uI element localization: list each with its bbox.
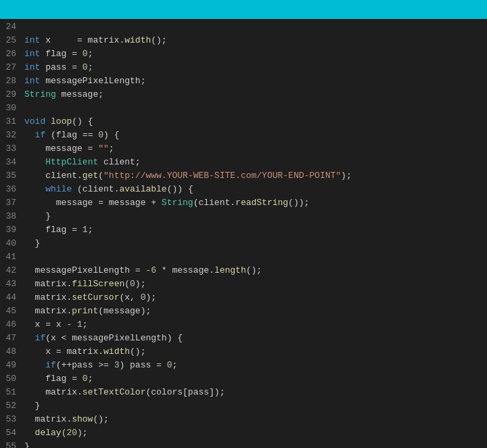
line-number: 35 bbox=[0, 169, 24, 183]
line-content: flag = 1; bbox=[24, 223, 93, 237]
code-line-53: 53 matrix.show(); bbox=[0, 413, 487, 426]
line-number: 52 bbox=[0, 399, 24, 413]
code-line-40: 40 } bbox=[0, 237, 487, 250]
line-number: 26 bbox=[0, 47, 24, 61]
code-line-25: 25 int x = matrix.width(); bbox=[0, 34, 487, 47]
code-line-50: 50 flag = 0; bbox=[0, 372, 487, 386]
line-number: 48 bbox=[0, 345, 24, 359]
code-line-29: 29 String message; bbox=[0, 88, 487, 102]
line-content: matrix.show(); bbox=[24, 413, 109, 426]
code-line-52: 52 } bbox=[0, 399, 487, 413]
code-line-34: 34 HttpClient client; bbox=[0, 156, 487, 169]
line-number: 49 bbox=[0, 359, 24, 372]
line-content: message = ""; bbox=[24, 142, 114, 156]
line-number: 46 bbox=[0, 318, 24, 332]
line-number: 34 bbox=[0, 156, 24, 169]
code-line-35: 35 client.get("http://www.YOUR-WEB-SITE.… bbox=[0, 169, 487, 183]
line-content: int messagePixelLength; bbox=[24, 74, 145, 88]
line-number: 39 bbox=[0, 223, 24, 237]
line-number: 29 bbox=[0, 88, 24, 102]
line-content: } bbox=[24, 210, 51, 223]
code-line-46: 46 x = x - 1; bbox=[0, 318, 487, 332]
line-content: while (client.available()) { bbox=[24, 183, 193, 196]
line-number: 53 bbox=[0, 413, 24, 426]
line-number: 42 bbox=[0, 264, 24, 277]
code-line-36: 36 while (client.available()) { bbox=[0, 183, 487, 196]
line-number: 50 bbox=[0, 372, 24, 386]
code-line-31: 31 void loop() { bbox=[0, 115, 487, 129]
code-line-27: 27 int pass = 0; bbox=[0, 61, 487, 74]
line-number: 43 bbox=[0, 277, 24, 291]
code-line-42: 42 messagePixelLength = -6 * message.len… bbox=[0, 264, 487, 277]
line-number: 55 bbox=[0, 440, 24, 448]
code-line-43: 43 matrix.fillScreen(0); bbox=[0, 277, 487, 291]
code-line-26: 26 int flag = 0; bbox=[0, 47, 487, 61]
line-content: message = message + String(client.readSt… bbox=[24, 196, 309, 210]
line-number: 45 bbox=[0, 305, 24, 318]
code-line-55: 55 } bbox=[0, 440, 487, 448]
code-line-37: 37 message = message + String(client.rea… bbox=[0, 196, 487, 210]
line-content: if(x < messagePixelLength) { bbox=[24, 332, 183, 345]
line-number: 33 bbox=[0, 142, 24, 156]
code-line-33: 33 message = ""; bbox=[0, 142, 487, 156]
line-content: } bbox=[24, 237, 40, 250]
code-line-39: 39 flag = 1; bbox=[0, 223, 487, 237]
code-line-28: 28 int messagePixelLength; bbox=[0, 74, 487, 88]
code-line-41: 41 bbox=[0, 250, 487, 264]
code-line-30: 30 bbox=[0, 102, 487, 115]
line-content: x = x - 1; bbox=[24, 318, 88, 332]
code-line-32: 32 if (flag == 0) { bbox=[0, 129, 487, 142]
code-line-45: 45 matrix.print(message); bbox=[0, 305, 487, 318]
line-content: String message; bbox=[24, 88, 103, 102]
line-number: 27 bbox=[0, 61, 24, 74]
line-content: matrix.print(message); bbox=[24, 305, 151, 318]
line-number: 28 bbox=[0, 74, 24, 88]
line-number: 38 bbox=[0, 210, 24, 223]
line-content: if (flag == 0) { bbox=[24, 129, 119, 142]
line-number: 51 bbox=[0, 386, 24, 399]
line-content: int pass = 0; bbox=[24, 61, 93, 74]
line-content: } bbox=[24, 399, 40, 413]
line-number: 25 bbox=[0, 34, 24, 47]
line-number: 37 bbox=[0, 196, 24, 210]
line-content: } bbox=[24, 440, 30, 448]
line-number: 54 bbox=[0, 426, 24, 440]
line-content: flag = 0; bbox=[24, 372, 93, 386]
line-number: 30 bbox=[0, 102, 24, 115]
line-content: int flag = 0; bbox=[24, 47, 93, 61]
line-content: x = matrix.width(); bbox=[24, 345, 145, 359]
line-number: 31 bbox=[0, 115, 24, 129]
code-line-51: 51 matrix.setTextColor(colors[pass]); bbox=[0, 386, 487, 399]
line-content: delay(20); bbox=[24, 426, 88, 440]
line-number: 40 bbox=[0, 237, 24, 250]
line-content: messagePixelLength = -6 * message.length… bbox=[24, 264, 262, 277]
code-line-47: 47 if(x < messagePixelLength) { bbox=[0, 332, 487, 345]
code-line-48: 48 x = matrix.width(); bbox=[0, 345, 487, 359]
code-line-44: 44 matrix.setCursor(x, 0); bbox=[0, 291, 487, 305]
line-number: 32 bbox=[0, 129, 24, 142]
code-line-24: 24 bbox=[0, 20, 487, 34]
code-line-38: 38 } bbox=[0, 210, 487, 223]
line-number: 24 bbox=[0, 20, 24, 34]
line-number: 47 bbox=[0, 332, 24, 345]
line-content: client.get("http://www.YOUR-WEB-SITE.com… bbox=[24, 169, 352, 183]
line-number: 44 bbox=[0, 291, 24, 305]
line-content: matrix.setCursor(x, 0); bbox=[24, 291, 156, 305]
line-content: void loop() { bbox=[24, 115, 93, 129]
title-bar bbox=[0, 0, 487, 19]
line-number: 41 bbox=[0, 250, 24, 264]
line-content: matrix.fillScreen(0); bbox=[24, 277, 145, 291]
code-area: 24 25 int x = matrix.width(); 26 int fla… bbox=[0, 19, 487, 448]
line-content: HttpClient client; bbox=[24, 156, 141, 169]
code-line-54: 54 delay(20); bbox=[0, 426, 487, 440]
line-content: int x = matrix.width(); bbox=[24, 34, 167, 47]
line-content: matrix.setTextColor(colors[pass]); bbox=[24, 386, 225, 399]
code-line-49: 49 if(++pass >= 3) pass = 0; bbox=[0, 359, 487, 372]
line-number: 36 bbox=[0, 183, 24, 196]
line-content: if(++pass >= 3) pass = 0; bbox=[24, 359, 177, 372]
